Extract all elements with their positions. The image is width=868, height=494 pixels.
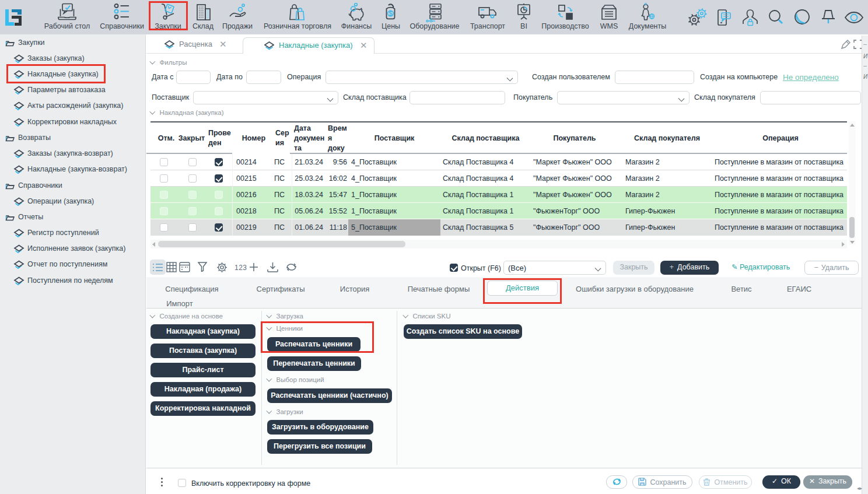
svg-text:$: $ xyxy=(388,10,393,17)
